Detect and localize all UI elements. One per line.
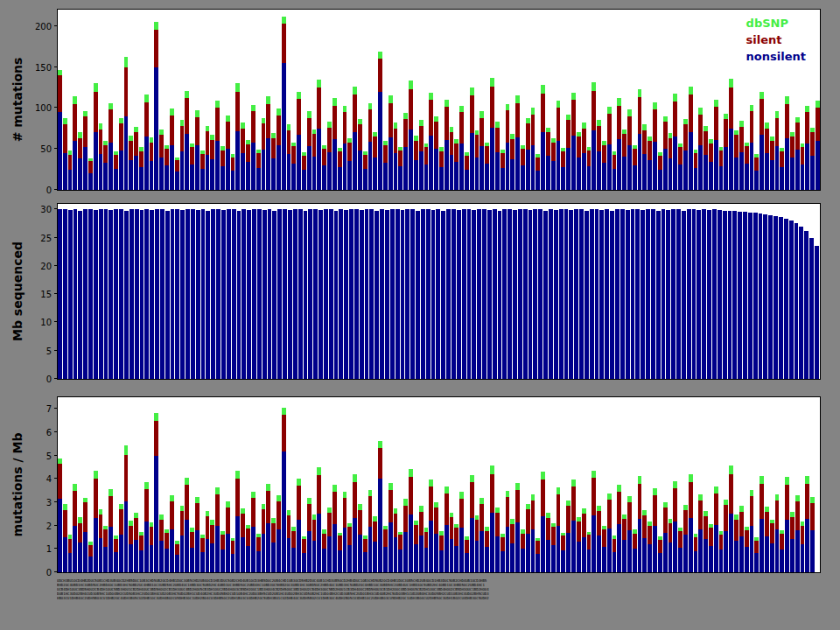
- bar: [227, 204, 231, 379]
- bar: [626, 204, 630, 379]
- bar: [709, 10, 713, 190]
- bar: [206, 204, 210, 379]
- bar: [556, 397, 561, 572]
- bar: [119, 397, 123, 572]
- bar: [546, 397, 550, 572]
- bar: [221, 204, 226, 379]
- bar: [414, 397, 418, 572]
- bar: [617, 397, 621, 572]
- bar: [231, 10, 235, 190]
- bar: [150, 397, 154, 572]
- tick-label: 200: [35, 21, 52, 31]
- bar: [712, 204, 717, 379]
- bar: [58, 10, 62, 190]
- bar: [119, 10, 123, 190]
- bar: [482, 204, 486, 379]
- bar: [656, 204, 661, 379]
- bar: [612, 397, 617, 572]
- bar: [266, 10, 270, 190]
- bar: [475, 10, 480, 190]
- tick-mark: [54, 548, 58, 549]
- bar: [368, 397, 373, 572]
- tick-label: 10: [40, 318, 52, 327]
- bar: [150, 10, 154, 190]
- bar: [271, 397, 276, 572]
- bar: [104, 204, 108, 379]
- tick-mark: [54, 293, 58, 294]
- bar: [666, 204, 670, 379]
- bar: [429, 397, 433, 572]
- bar: [410, 204, 415, 379]
- bar: [288, 204, 292, 379]
- bar: [108, 10, 113, 190]
- bar: [590, 204, 594, 379]
- bar: [790, 397, 794, 572]
- bar: [536, 10, 540, 190]
- bar: [291, 10, 296, 190]
- bar: [485, 397, 489, 572]
- bar: [543, 204, 548, 379]
- bar: [805, 397, 809, 572]
- bar: [470, 10, 474, 190]
- bar: [506, 397, 510, 572]
- bar: [196, 204, 200, 379]
- bar: [683, 397, 688, 572]
- bar: [475, 397, 480, 572]
- bar: [241, 397, 245, 572]
- bar: [68, 397, 73, 572]
- bar: [658, 397, 662, 572]
- bar: [180, 397, 185, 572]
- bar: [262, 397, 266, 572]
- bar: [627, 10, 632, 190]
- bar: [582, 10, 586, 190]
- bar: [378, 10, 382, 190]
- bar: [698, 397, 703, 572]
- bar: [291, 397, 296, 572]
- bar: [185, 397, 189, 572]
- bar: [353, 397, 357, 572]
- bar: [374, 204, 379, 379]
- bar: [262, 10, 266, 190]
- bar: [467, 204, 472, 379]
- bar: [347, 397, 352, 572]
- bar: [459, 397, 464, 572]
- bar: [490, 10, 494, 190]
- bar: [206, 10, 210, 190]
- bar: [452, 204, 456, 379]
- tick-mark: [54, 66, 58, 67]
- bar: [526, 10, 530, 190]
- bar: [327, 10, 332, 190]
- bar: [566, 397, 570, 572]
- bar: [748, 204, 752, 379]
- bar: [83, 10, 88, 190]
- bar: [175, 10, 179, 190]
- bar: [409, 397, 413, 572]
- bar: [602, 10, 606, 190]
- bar: [689, 397, 693, 572]
- bar: [689, 10, 693, 190]
- tick-mark: [54, 525, 58, 526]
- bar: [373, 10, 377, 190]
- bar: [477, 204, 481, 379]
- bar: [429, 10, 433, 190]
- bar: [332, 397, 337, 572]
- bar: [171, 204, 175, 379]
- bar: [648, 397, 652, 572]
- bar: [810, 10, 815, 190]
- y-axis-label-mutations-per-mb: mutations / Mb: [10, 433, 24, 537]
- bar: [414, 10, 418, 190]
- tick-mark: [54, 571, 58, 572]
- bar: [312, 10, 317, 190]
- bar: [246, 397, 250, 572]
- bar: [383, 397, 388, 572]
- bar: [268, 204, 272, 379]
- bar: [343, 397, 347, 572]
- bar: [251, 10, 256, 190]
- bars-area-mutations: [58, 10, 820, 190]
- bar: [226, 10, 230, 190]
- tick-label: 50: [40, 144, 52, 154]
- bar: [58, 397, 62, 572]
- bar: [99, 10, 103, 190]
- bar: [94, 397, 98, 572]
- bar: [459, 10, 464, 190]
